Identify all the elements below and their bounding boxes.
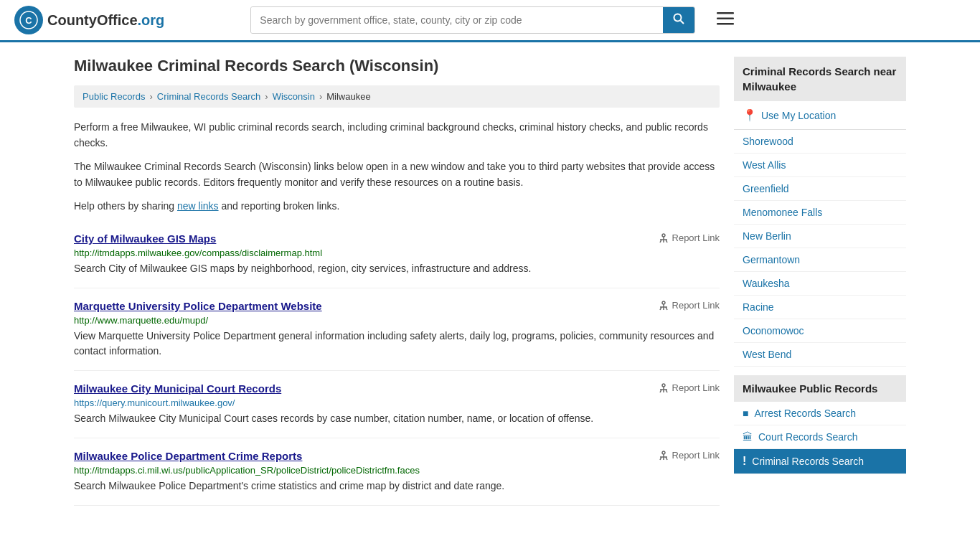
nearby-city-item: Menomonee Falls — [734, 201, 906, 225]
breadcrumb: Public Records › Criminal Records Search… — [74, 85, 720, 108]
breadcrumb-criminal-records[interactable]: Criminal Records Search — [157, 91, 261, 102]
breadcrumb-milwaukee: Milwaukee — [326, 91, 370, 102]
pr-item-label-1: Court Records Search — [758, 431, 858, 443]
search-button[interactable] — [663, 7, 694, 33]
desc-para-3: Help others by sharing new links and rep… — [74, 198, 720, 214]
header: C CountyOffice.org — [0, 0, 980, 42]
anchor-icon — [658, 232, 669, 244]
svg-text:C: C — [25, 15, 32, 26]
svg-line-3 — [681, 21, 684, 24]
result-title-1[interactable]: Marquette University Police Department W… — [74, 300, 322, 312]
search-bar — [250, 6, 695, 34]
result-desc-3: Search Milwaukee Police Department's cri… — [74, 479, 720, 494]
report-link-button-3[interactable]: Report Link — [658, 450, 720, 461]
anchor-icon — [658, 450, 669, 461]
result-title-3[interactable]: Milwaukee Police Department Crime Report… — [74, 450, 302, 462]
result-url-3[interactable]: http://itmdapps.ci.mil.wi.us/publicAppli… — [74, 465, 720, 476]
nearby-city-link-9[interactable]: West Bend — [734, 343, 906, 366]
nearby-city-item: Waukesha — [734, 272, 906, 296]
public-records-items: ■Arrest Records Search🏛Court Records Sea… — [734, 402, 906, 474]
pr-item-label-0: Arrest Records Search — [754, 408, 856, 419]
svg-rect-6 — [717, 23, 734, 25]
nearby-city-link-0[interactable]: Shorewood — [734, 130, 906, 153]
nearby-city-item: Oconomowoc — [734, 319, 906, 343]
result-title-0[interactable]: City of Milwaukee GIS Maps — [74, 232, 216, 245]
nearby-city-item: Greenfield — [734, 177, 906, 201]
page-title: Milwaukee Criminal Records Search (Wisco… — [74, 57, 720, 75]
result-desc-2: Search Milwaukee City Municipal Court ca… — [74, 411, 720, 426]
nearby-city-link-6[interactable]: Waukesha — [734, 272, 906, 295]
pr-item-0[interactable]: ■Arrest Records Search — [734, 402, 906, 425]
result-url-2[interactable]: https://query.municourt.milwaukee.gov/ — [74, 397, 720, 408]
nearby-city-item: New Berlin — [734, 225, 906, 248]
nearby-city-link-1[interactable]: West Allis — [734, 154, 906, 176]
nearby-city-item: Shorewood — [734, 130, 906, 154]
svg-rect-5 — [717, 18, 734, 20]
breadcrumb-wisconsin[interactable]: Wisconsin — [273, 91, 315, 102]
public-records-header: Milwaukee Public Records — [734, 375, 906, 402]
logo-icon: C — [14, 6, 43, 34]
nearby-section: Criminal Records Search near Milwaukee 📍… — [734, 57, 906, 367]
svg-point-22 — [662, 451, 665, 454]
menu-button[interactable] — [717, 11, 734, 29]
result-header: Marquette University Police Department W… — [74, 300, 720, 312]
hamburger-icon — [717, 12, 734, 25]
svg-point-7 — [662, 234, 665, 237]
result-url-0[interactable]: http://itmdapps.milwaukee.gov/compass/di… — [74, 248, 720, 258]
results-list: City of Milwaukee GIS Maps Report Link h… — [74, 221, 720, 506]
result-item: City of Milwaukee GIS Maps Report Link h… — [74, 221, 720, 288]
svg-point-2 — [674, 14, 682, 22]
report-link-button-2[interactable]: Report Link — [658, 382, 720, 394]
pr-item-2[interactable]: !Criminal Records Search — [734, 449, 906, 474]
logo-text: CountyOffice.org — [47, 12, 164, 29]
search-input[interactable] — [251, 7, 663, 33]
court-icon: 🏛 — [743, 431, 753, 443]
new-links-link[interactable]: new links — [177, 200, 219, 212]
use-my-location[interactable]: 📍 Use My Location — [734, 101, 906, 130]
anchor-icon — [658, 382, 669, 394]
nearby-city-item: West Bend — [734, 343, 906, 367]
result-header: City of Milwaukee GIS Maps Report Link — [74, 232, 720, 245]
result-desc-1: View Marquette University Police Departm… — [74, 329, 720, 359]
use-location-label: Use My Location — [761, 110, 836, 121]
arrest-icon: ■ — [743, 408, 748, 419]
pr-item-label-2: Criminal Records Search — [752, 456, 864, 467]
result-item: Milwaukee City Municipal Court Records R… — [74, 371, 720, 438]
public-records-section: Milwaukee Public Records ■Arrest Records… — [734, 375, 906, 474]
nearby-city-link-4[interactable]: New Berlin — [734, 225, 906, 248]
desc-para-2: The Milwaukee Criminal Records Search (W… — [74, 159, 720, 191]
nearby-city-link-7[interactable]: Racine — [734, 296, 906, 319]
desc-para-1: Perform a free Milwaukee, WI public crim… — [74, 119, 720, 151]
result-item: Milwaukee Police Department Crime Report… — [74, 438, 720, 506]
result-item: Marquette University Police Department W… — [74, 288, 720, 371]
result-header: Milwaukee Police Department Crime Report… — [74, 450, 720, 462]
anchor-icon — [658, 300, 669, 311]
nearby-city-link-2[interactable]: Greenfield — [734, 177, 906, 200]
nearby-city-link-3[interactable]: Menomonee Falls — [734, 201, 906, 224]
breadcrumb-public-records[interactable]: Public Records — [83, 91, 145, 102]
criminal-icon: ! — [743, 455, 746, 468]
nearby-city-link-8[interactable]: Oconomowoc — [734, 319, 906, 342]
report-link-button-0[interactable]: Report Link — [658, 232, 720, 244]
result-desc-0: Search City of Milwaukee GIS maps by nei… — [74, 261, 720, 276]
result-header: Milwaukee City Municipal Court Records R… — [74, 382, 720, 395]
svg-rect-4 — [717, 12, 734, 14]
svg-point-12 — [662, 301, 665, 304]
location-icon: 📍 — [743, 108, 757, 122]
search-icon — [673, 13, 684, 24]
result-title-2[interactable]: Milwaukee City Municipal Court Records — [74, 382, 281, 395]
nearby-city-item: Racine — [734, 296, 906, 319]
nearby-city-link-5[interactable]: Germantown — [734, 248, 906, 271]
pr-item-1[interactable]: 🏛Court Records Search — [734, 425, 906, 449]
svg-point-17 — [662, 384, 665, 387]
logo[interactable]: C CountyOffice.org — [14, 6, 164, 34]
result-url-1[interactable]: http://www.marquette.edu/mupd/ — [74, 315, 720, 326]
content-area: Milwaukee Criminal Records Search (Wisco… — [74, 57, 720, 506]
sidebar: Criminal Records Search near Milwaukee 📍… — [734, 57, 906, 506]
nearby-city-item: Germantown — [734, 248, 906, 272]
nearby-header: Criminal Records Search near Milwaukee — [734, 57, 906, 101]
nearby-city-item: West Allis — [734, 154, 906, 177]
nearby-cities-list: ShorewoodWest AllisGreenfieldMenomonee F… — [734, 130, 906, 367]
report-link-button-1[interactable]: Report Link — [658, 300, 720, 311]
description: Perform a free Milwaukee, WI public crim… — [74, 119, 720, 214]
